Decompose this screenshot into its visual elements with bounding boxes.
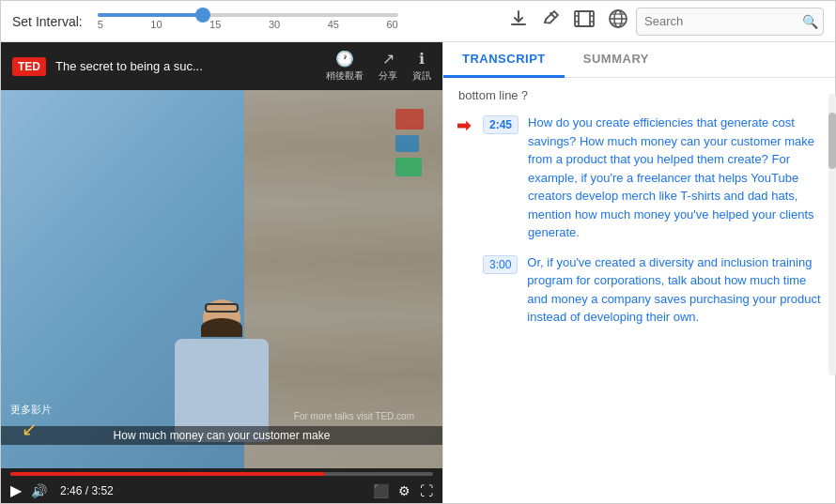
slider-label-15: 15 (209, 19, 221, 30)
video-header: TED The secret to being a suc... 🕐 稍後觀看 … (1, 42, 442, 90)
transcript-panel: TRANSCRIPT SUMMARY bottom line？ ➡ 2:45 H… (442, 42, 835, 504)
transcript-entry-300: 3:00 Or, if you've created a diversity a… (483, 253, 824, 327)
interval-slider-track[interactable] (98, 13, 398, 17)
share-label: 分享 (379, 69, 397, 83)
time-current: 2:46 (60, 484, 82, 497)
play-button[interactable]: ▶ (10, 481, 22, 499)
search-submit-icon[interactable]: 🔍 (802, 14, 818, 29)
share-button[interactable]: ↗ 分享 (379, 50, 397, 83)
video-header-icons: 🕐 稍後觀看 ↗ 分享 ℹ 資訊 (326, 50, 431, 83)
toolbar-icons (508, 8, 628, 34)
volume-button[interactable]: 🔊 (31, 483, 47, 498)
interval-slider-wrapper: 5 10 15 30 45 60 (98, 13, 398, 30)
info-icon: ℹ (419, 50, 425, 68)
tab-transcript[interactable]: TRANSCRIPT (443, 42, 565, 78)
time-display: 2:46 / 3:52 (60, 484, 114, 497)
tab-summary[interactable]: SUMMARY (565, 42, 668, 78)
download-icon[interactable] (508, 8, 529, 34)
current-entry-arrow: ➡ (457, 115, 471, 136)
shelf-items (395, 109, 424, 176)
slider-label-30: 30 (269, 19, 280, 30)
transcript-text-300: Or, if you've created a diversity and in… (527, 253, 824, 327)
search-box[interactable]: 🔍 (636, 8, 824, 36)
film-icon[interactable] (574, 9, 595, 33)
toolbar-left: Set Interval: Set Interval: 5 10 15 30 4… (12, 13, 489, 30)
slider-thumb[interactable] (195, 8, 210, 23)
search-input[interactable] (644, 14, 802, 28)
scrollbar-thumb[interactable] (828, 113, 836, 169)
slider-fill (98, 13, 203, 17)
main-content: TED The secret to being a suc... 🕐 稍後觀看 … (1, 42, 835, 504)
ted-watermark: For more talks visit TED.com (294, 411, 414, 421)
info-label: 資訊 (412, 69, 431, 83)
video-controls: ▶ 🔊 2:46 / 3:52 ⬛ ⚙ ⛶ (1, 468, 442, 504)
video-caption: How much money can your customer make (1, 426, 442, 445)
scrollbar-track (828, 94, 836, 375)
transcript-content[interactable]: bottom line？ ➡ 2:45 How do you create ef… (443, 78, 835, 504)
settings-button[interactable]: ⚙ (398, 483, 410, 498)
share-icon: ↗ (382, 50, 395, 68)
globe-icon[interactable] (608, 8, 628, 34)
clock-icon: 🕐 (335, 50, 354, 68)
watch-later-label: 稍後觀看 (326, 69, 364, 83)
video-panel: TED The secret to being a suc... 🕐 稍後觀看 … (1, 42, 442, 504)
watch-later-button[interactable]: 🕐 稍後觀看 (326, 50, 364, 83)
fullscreen-button[interactable]: ⛶ (420, 483, 433, 498)
time-total: 3:52 (91, 484, 113, 497)
video-thumbnail[interactable]: How much money can your customer make 更多… (1, 90, 442, 468)
info-button[interactable]: ℹ 資訊 (412, 50, 431, 83)
timestamp-300[interactable]: 3:00 (483, 255, 518, 274)
slider-label-45: 45 (328, 19, 339, 30)
person-figure (175, 299, 269, 442)
transcript-pre-text: bottom line？ (455, 87, 824, 104)
transcript-entry-highlighted: ➡ 2:45 How do you create efficiencies th… (483, 114, 824, 242)
controls-right: ⬛ ⚙ ⛶ (373, 483, 433, 498)
slider-labels: 5 10 15 30 45 60 (98, 19, 398, 30)
more-videos-label: 更多影片 (10, 403, 52, 417)
progress-bar[interactable] (10, 472, 433, 476)
slider-label-10: 10 (150, 19, 162, 30)
svg-rect-0 (575, 11, 594, 26)
ted-logo: TED (12, 57, 46, 76)
transcript-text-245: How do you create efficiencies that gene… (528, 114, 824, 242)
video-title: The secret to being a suc... (55, 59, 317, 73)
slider-label-5: 5 (98, 19, 103, 30)
toolbar: Set Interval: Set Interval: 5 10 15 30 4… (1, 1, 835, 42)
pencil-icon[interactable] (542, 9, 561, 33)
progress-fill (10, 472, 325, 476)
controls-row: ▶ 🔊 2:46 / 3:52 ⬛ ⚙ ⛶ (10, 481, 433, 499)
subtitles-button[interactable]: ⬛ (373, 483, 389, 498)
slider-label-60: 60 (386, 19, 397, 30)
timestamp-245[interactable]: 2:45 (483, 115, 519, 134)
arrow-down-icon: ↙ (22, 418, 38, 440)
set-interval-label: Set Interval: Set Interval: (12, 14, 83, 29)
tabs-row: TRANSCRIPT SUMMARY (443, 42, 835, 78)
